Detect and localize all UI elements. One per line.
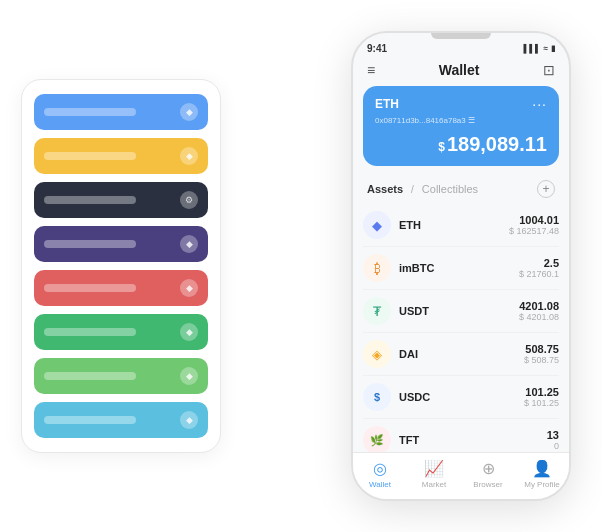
card-item-3[interactable]: ⚙ — [34, 182, 208, 218]
card-text-5 — [44, 284, 136, 292]
eth-card-menu-icon[interactable]: ··· — [532, 96, 547, 112]
dai-icon: ◈ — [363, 340, 391, 368]
battery-icon: ▮ — [551, 44, 555, 53]
profile-nav-icon: 👤 — [532, 459, 552, 478]
status-icons: ▌▌▌ ≈ ▮ — [524, 44, 555, 53]
usdt-amounts: 4201.08 $ 4201.08 — [519, 300, 559, 322]
usdc-amount: 101.25 — [524, 386, 559, 398]
eth-symbol: ETH — [399, 219, 509, 231]
card-text-2 — [44, 152, 136, 160]
signal-icon: ▌▌▌ — [524, 44, 541, 53]
phone: 9:41 ▌▌▌ ≈ ▮ ≡ Wallet ⊡ ETH ··· 0x08711d… — [351, 31, 571, 501]
browser-nav-icon: ⊕ — [482, 459, 495, 478]
scene: ◆ ◆ ⚙ ◆ ◆ ◆ ◆ ◆ — [11, 11, 591, 521]
menu-icon[interactable]: ≡ — [367, 62, 375, 78]
eth-card-balance: $189,089.11 — [375, 133, 547, 156]
tft-icon: 🌿 — [363, 426, 391, 452]
asset-row-eth[interactable]: ◆ ETH 1004.01 $ 162517.48 — [363, 204, 559, 247]
card-item-5[interactable]: ◆ — [34, 270, 208, 306]
card-text-8 — [44, 416, 136, 424]
usdc-amounts: 101.25 $ 101.25 — [524, 386, 559, 408]
balance-amount: 189,089.11 — [447, 133, 547, 155]
card-text-6 — [44, 328, 136, 336]
dai-amounts: 508.75 $ 508.75 — [524, 343, 559, 365]
tab-collectibles[interactable]: Collectibles — [422, 183, 478, 195]
eth-card[interactable]: ETH ··· 0x08711d3b...8416a78a3 ☰ $189,08… — [363, 86, 559, 166]
tft-amount: 13 — [547, 429, 559, 441]
card-item-6[interactable]: ◆ — [34, 314, 208, 350]
dai-usd: $ 508.75 — [524, 355, 559, 365]
asset-row-imbtc[interactable]: ₿ imBTC 2.5 $ 21760.1 — [363, 247, 559, 290]
asset-row-usdt[interactable]: ₮ USDT 4201.08 $ 4201.08 — [363, 290, 559, 333]
imbtc-amount: 2.5 — [519, 257, 559, 269]
card-icon-6: ◆ — [180, 323, 198, 341]
imbtc-symbol: imBTC — [399, 262, 519, 274]
card-icon-5: ◆ — [180, 279, 198, 297]
dai-amount: 508.75 — [524, 343, 559, 355]
eth-card-address: 0x08711d3b...8416a78a3 ☰ — [375, 116, 547, 125]
dai-symbol: DAI — [399, 348, 524, 360]
assets-tabs: Assets / Collectibles + — [353, 176, 569, 204]
scan-icon[interactable]: ⊡ — [543, 62, 555, 78]
eth-amounts: 1004.01 $ 162517.48 — [509, 214, 559, 236]
bottom-nav: ◎ Wallet 📈 Market ⊕ Browser 👤 My Profile — [353, 452, 569, 499]
wifi-icon: ≈ — [544, 44, 548, 53]
status-time: 9:41 — [367, 43, 387, 54]
usdt-amount: 4201.08 — [519, 300, 559, 312]
tab-divider: / — [411, 184, 414, 195]
imbtc-amounts: 2.5 $ 21760.1 — [519, 257, 559, 279]
asset-row-tft[interactable]: 🌿 TFT 13 0 — [363, 419, 559, 452]
card-item-4[interactable]: ◆ — [34, 226, 208, 262]
nav-market[interactable]: 📈 Market — [407, 459, 461, 489]
asset-row-usdc[interactable]: $ USDC 101.25 $ 101.25 — [363, 376, 559, 419]
card-stack: ◆ ◆ ⚙ ◆ ◆ ◆ ◆ ◆ — [21, 79, 221, 453]
usdc-icon: $ — [363, 383, 391, 411]
card-text-4 — [44, 240, 136, 248]
usdt-symbol: USDT — [399, 305, 519, 317]
asset-row-dai[interactable]: ◈ DAI 508.75 $ 508.75 — [363, 333, 559, 376]
card-icon-3: ⚙ — [180, 191, 198, 209]
nav-wallet[interactable]: ◎ Wallet — [353, 459, 407, 489]
eth-card-top: ETH ··· — [375, 96, 547, 112]
add-asset-button[interactable]: + — [537, 180, 555, 198]
card-item-1[interactable]: ◆ — [34, 94, 208, 130]
tab-assets[interactable]: Assets — [367, 183, 403, 195]
tabs-left: Assets / Collectibles — [367, 183, 478, 195]
tft-symbol: TFT — [399, 434, 547, 446]
phone-notch — [431, 33, 491, 39]
card-icon-7: ◆ — [180, 367, 198, 385]
wallet-nav-label: Wallet — [369, 480, 391, 489]
tft-amounts: 13 0 — [547, 429, 559, 451]
tft-usd: 0 — [547, 441, 559, 451]
eth-card-name: ETH — [375, 97, 399, 111]
card-item-8[interactable]: ◆ — [34, 402, 208, 438]
card-item-7[interactable]: ◆ — [34, 358, 208, 394]
usdc-usd: $ 101.25 — [524, 398, 559, 408]
usdt-usd: $ 4201.08 — [519, 312, 559, 322]
eth-usd: $ 162517.48 — [509, 226, 559, 236]
page-title: Wallet — [439, 62, 480, 78]
nav-browser[interactable]: ⊕ Browser — [461, 459, 515, 489]
nav-profile[interactable]: 👤 My Profile — [515, 459, 569, 489]
card-icon-4: ◆ — [180, 235, 198, 253]
card-icon-1: ◆ — [180, 103, 198, 121]
wallet-nav-icon: ◎ — [373, 459, 387, 478]
imbtc-icon: ₿ — [363, 254, 391, 282]
card-text-3 — [44, 196, 136, 204]
card-icon-2: ◆ — [180, 147, 198, 165]
market-nav-label: Market — [422, 480, 446, 489]
usdt-icon: ₮ — [363, 297, 391, 325]
card-item-2[interactable]: ◆ — [34, 138, 208, 174]
dollar-sign: $ — [438, 140, 445, 154]
eth-amount: 1004.01 — [509, 214, 559, 226]
eth-icon: ◆ — [363, 211, 391, 239]
phone-header: ≡ Wallet ⊡ — [353, 58, 569, 86]
browser-nav-label: Browser — [473, 480, 502, 489]
imbtc-usd: $ 21760.1 — [519, 269, 559, 279]
card-text-1 — [44, 108, 136, 116]
profile-nav-label: My Profile — [524, 480, 560, 489]
asset-list: ◆ ETH 1004.01 $ 162517.48 ₿ imBTC 2.5 $ … — [353, 204, 569, 452]
card-icon-8: ◆ — [180, 411, 198, 429]
usdc-symbol: USDC — [399, 391, 524, 403]
market-nav-icon: 📈 — [424, 459, 444, 478]
